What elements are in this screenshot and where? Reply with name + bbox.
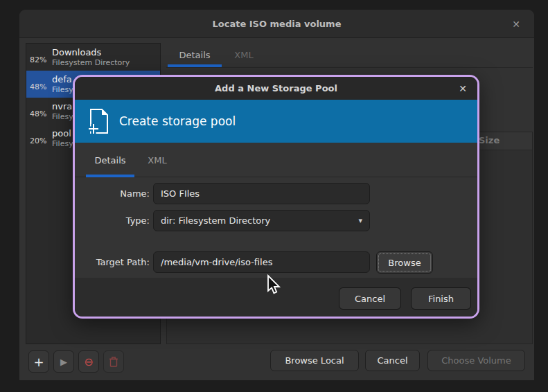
pool-type: Filesy — [52, 85, 73, 94]
type-label: Type: — [89, 210, 150, 231]
chevron-down-icon: ▾ — [358, 216, 362, 225]
tab-xml[interactable]: XML — [222, 43, 266, 67]
window-title: Locate ISO media volume — [213, 19, 342, 29]
target-path-input[interactable] — [153, 251, 370, 273]
size-column-header[interactable]: Size — [479, 135, 500, 145]
dialog-tab-xml[interactable]: XML — [134, 143, 180, 177]
dialog-tabs: Details XML — [75, 143, 477, 177]
window-close-icon[interactable]: ✕ — [509, 17, 523, 31]
dialog-titlebar: Add a New Storage Pool ✕ — [75, 77, 477, 100]
tab-details[interactable]: Details — [168, 43, 222, 67]
dialog-cancel-button[interactable]: Cancel — [339, 287, 401, 310]
pool-detail-tabs: Details XML — [168, 43, 266, 67]
pool-type: Filesy — [52, 139, 73, 148]
pool-name: nvra — [52, 101, 73, 112]
name-label: Name: — [89, 183, 150, 204]
stop-circle-icon: ⊖ — [84, 355, 93, 368]
type-dropdown[interactable]: dir: Filesystem Directory ▾ — [153, 210, 370, 231]
pool-usage-percent: 20% — [30, 131, 52, 145]
start-pool-button[interactable]: ▶ — [53, 350, 74, 373]
add-pool-button[interactable]: + — [28, 350, 49, 373]
pool-type: Filesy — [52, 112, 73, 121]
plus-icon: + — [33, 355, 44, 369]
pool-name: pool — [52, 128, 73, 139]
mouse-cursor — [266, 274, 283, 296]
trash-icon — [109, 356, 118, 367]
cancel-button[interactable]: Cancel — [365, 350, 420, 371]
stop-pool-button[interactable]: ⊖ — [78, 350, 99, 373]
banner-title: Create storage pool — [119, 114, 236, 128]
window-titlebar: Locate ISO media volume ✕ — [19, 10, 534, 38]
dialog-tab-details[interactable]: Details — [86, 143, 134, 177]
create-pool-banner: Create storage pool — [75, 100, 477, 143]
new-document-icon — [86, 107, 111, 135]
pool-usage-percent: 48% — [30, 104, 52, 118]
name-input[interactable] — [153, 183, 370, 204]
tabs-divider — [166, 67, 533, 68]
browse-local-button[interactable]: Browse Local — [270, 350, 359, 371]
target-path-label: Target Path: — [83, 251, 150, 273]
delete-pool-button[interactable] — [103, 350, 124, 373]
type-dropdown-value: dir: Filesystem Directory — [161, 215, 358, 226]
choose-volume-button-disabled: Choose Volume — [427, 350, 525, 371]
pool-usage-percent: 48% — [30, 77, 52, 91]
dialog-close-icon[interactable]: ✕ — [457, 82, 469, 95]
pool-row-downloads[interactable]: 82% Downloads Filesystem Directory — [26, 44, 160, 71]
pool-usage-percent: 82% — [30, 50, 52, 64]
browse-button[interactable]: Browse — [376, 251, 433, 274]
dialog-finish-button[interactable]: Finish — [411, 287, 471, 310]
pool-name: defa — [52, 74, 73, 85]
dialog-title: Add a New Storage Pool — [215, 83, 337, 93]
pool-name: Downloads — [52, 47, 130, 58]
play-icon: ▶ — [60, 357, 67, 367]
pool-type: Filesystem Directory — [52, 58, 130, 67]
